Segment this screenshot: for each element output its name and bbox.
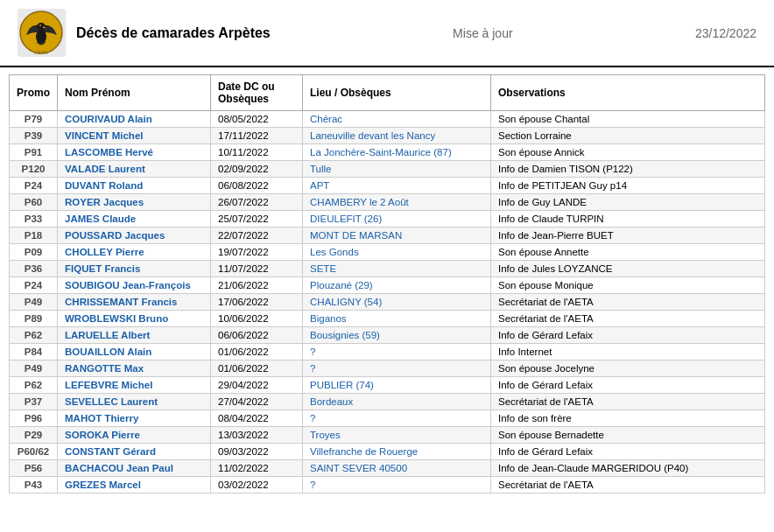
cell-nom: SEVELLEC Laurent xyxy=(58,394,211,410)
cell-nom: BOUAILLON Alain xyxy=(58,344,211,360)
cell-lieu: SAINT SEVER 40500 xyxy=(303,460,491,477)
cell-nom: POUSSARD Jacques xyxy=(58,228,211,244)
table-row: P79COURIVAUD Alain08/05/2022ChéracSon ép… xyxy=(10,111,765,128)
cell-observations: Info de son frère xyxy=(491,410,765,427)
cell-observations: Son épouse Monique xyxy=(491,277,765,294)
cell-observations: Secrétariat de l'AETA xyxy=(491,477,765,494)
table-row: P49CHRISSEMANT Francis17/06/2022CHALIGNY… xyxy=(10,294,765,311)
cell-observations: Son épouse Annette xyxy=(491,244,765,261)
cell-date: 11/02/2022 xyxy=(211,460,303,477)
logo-icon: AETA xyxy=(18,9,66,57)
cell-observations: Info de Jules LOYZANCE xyxy=(491,261,765,277)
table-row: P33JAMES Claude25/07/2022DIEULEFIT (26)I… xyxy=(10,211,765,228)
cell-date: 21/06/2022 xyxy=(211,277,303,294)
header-subtitle: Mise à jour xyxy=(453,26,512,40)
cell-lieu: Troyes xyxy=(303,427,491,444)
cell-lieu: PUBLIER (74) xyxy=(303,377,491,394)
table-row: P24SOUBIGOU Jean-François21/06/2022Plouz… xyxy=(10,277,765,294)
table-row: P24DUVANT Roland06/08/2022APTInfo de PET… xyxy=(10,178,765,194)
table-row: P62LEFEBVRE Michel29/04/2022PUBLIER (74)… xyxy=(10,377,765,394)
cell-date: 22/07/2022 xyxy=(211,228,303,244)
col-header-date: Date DC ouObsèques xyxy=(211,75,303,111)
cell-date: 10/06/2022 xyxy=(211,311,303,327)
table-row: P37SEVELLEC Laurent27/04/2022BordeauxSec… xyxy=(10,394,765,410)
cell-lieu: ? xyxy=(303,477,491,494)
table-row: P29SOROKA Pierre13/03/2022TroyesSon épou… xyxy=(10,427,765,444)
cell-lieu: CHAMBERY le 2 Août xyxy=(303,194,491,211)
cell-date: 19/07/2022 xyxy=(211,244,303,261)
cell-date: 10/11/2022 xyxy=(211,144,303,161)
cell-nom: LEFEBVRE Michel xyxy=(58,377,211,394)
cell-lieu: DIEULEFIT (26) xyxy=(303,211,491,228)
cell-date: 03/02/2022 xyxy=(211,477,303,494)
cell-promo: P24 xyxy=(10,178,58,194)
header-left: AETA Décès de camarades Arpètes xyxy=(18,9,271,57)
cell-nom: DUVANT Roland xyxy=(58,178,211,194)
cell-observations: Secrétariat de l'AETA xyxy=(491,311,765,327)
cell-lieu: Plouzané (29) xyxy=(303,277,491,294)
cell-nom: VALADE Laurent xyxy=(58,161,211,178)
page-title: Décès de camarades Arpètes xyxy=(76,25,271,41)
cell-date: 17/06/2022 xyxy=(211,294,303,311)
table-body: P79COURIVAUD Alain08/05/2022ChéracSon ép… xyxy=(10,111,765,494)
cell-promo: P24 xyxy=(10,277,58,294)
cell-nom: RANGOTTE Max xyxy=(58,360,211,377)
cell-promo: P60 xyxy=(10,194,58,211)
table-header-row: Promo Nom Prénom Date DC ouObsèques Lieu… xyxy=(10,75,765,111)
table-row: P09CHOLLEY Pierre19/07/2022Les GondsSon … xyxy=(10,244,765,261)
cell-date: 11/07/2022 xyxy=(211,261,303,277)
table-row: P96MAHOT Thierry08/04/2022?Info de son f… xyxy=(10,410,765,427)
table-row: P62LARUELLE Albert06/06/2022Bousignies (… xyxy=(10,327,765,344)
table-row: P18POUSSARD Jacques22/07/2022MONT DE MAR… xyxy=(10,228,765,244)
table-row: P43GREZES Marcel03/02/2022?Secrétariat d… xyxy=(10,477,765,494)
col-header-nom: Nom Prénom xyxy=(58,75,211,111)
cell-nom: VINCENT Michel xyxy=(58,128,211,144)
header-date: 23/12/2022 xyxy=(695,26,756,40)
cell-promo: P79 xyxy=(10,111,58,128)
cell-date: 08/05/2022 xyxy=(211,111,303,128)
cell-promo: P89 xyxy=(10,311,58,327)
cell-nom: MAHOT Thierry xyxy=(58,410,211,427)
cell-nom: LARUELLE Albert xyxy=(58,327,211,344)
cell-lieu: Biganos xyxy=(303,311,491,327)
cell-nom: COURIVAUD Alain xyxy=(58,111,211,128)
cell-nom: BACHACOU Jean Paul xyxy=(58,460,211,477)
cell-lieu: SETE xyxy=(303,261,491,277)
cell-lieu: Chérac xyxy=(303,111,491,128)
cell-lieu: Les Gonds xyxy=(303,244,491,261)
col-header-promo: Promo xyxy=(10,75,58,111)
cell-promo: P84 xyxy=(10,344,58,360)
cell-observations: Son épouse Bernadette xyxy=(491,427,765,444)
cell-lieu: MONT DE MARSAN xyxy=(303,228,491,244)
cell-observations: Info de Claude TURPIN xyxy=(491,211,765,228)
cell-observations: Info de Jean-Pierre BUET xyxy=(491,228,765,244)
svg-text:AETA: AETA xyxy=(34,50,49,55)
cell-lieu: Villefranche de Rouerge xyxy=(303,444,491,460)
cell-date: 29/04/2022 xyxy=(211,377,303,394)
cell-nom: JAMES Claude xyxy=(58,211,211,228)
cell-promo: P36 xyxy=(10,261,58,277)
cell-date: 13/03/2022 xyxy=(211,427,303,444)
cell-lieu: ? xyxy=(303,410,491,427)
cell-promo: P33 xyxy=(10,211,58,228)
cell-lieu: Tulle xyxy=(303,161,491,178)
cell-lieu: La Jonchère-Saint-Maurice (87) xyxy=(303,144,491,161)
cell-observations: Info de Gérard Lefaix xyxy=(491,377,765,394)
cell-promo: P60/62 xyxy=(10,444,58,460)
page-header: AETA Décès de camarades Arpètes Mise à j… xyxy=(0,0,774,67)
table-row: P84BOUAILLON Alain01/06/2022?Info Intern… xyxy=(10,344,765,360)
cell-promo: P56 xyxy=(10,460,58,477)
cell-date: 06/08/2022 xyxy=(211,178,303,194)
cell-observations: Info Internet xyxy=(491,344,765,360)
cell-date: 09/03/2022 xyxy=(211,444,303,460)
cell-observations: Son épouse Annick xyxy=(491,144,765,161)
cell-nom: CHOLLEY Pierre xyxy=(58,244,211,261)
col-header-lieu: Lieu / Obsèques xyxy=(303,75,491,111)
svg-point-2 xyxy=(36,30,46,44)
cell-lieu: CHALIGNY (54) xyxy=(303,294,491,311)
cell-promo: P120 xyxy=(10,161,58,178)
table-row: P49RANGOTTE Max01/06/2022?Son épouse Joc… xyxy=(10,360,765,377)
cell-observations: Info de Gérard Lefaix xyxy=(491,444,765,460)
cell-lieu: Laneuville devant les Nancy xyxy=(303,128,491,144)
cell-promo: P18 xyxy=(10,228,58,244)
